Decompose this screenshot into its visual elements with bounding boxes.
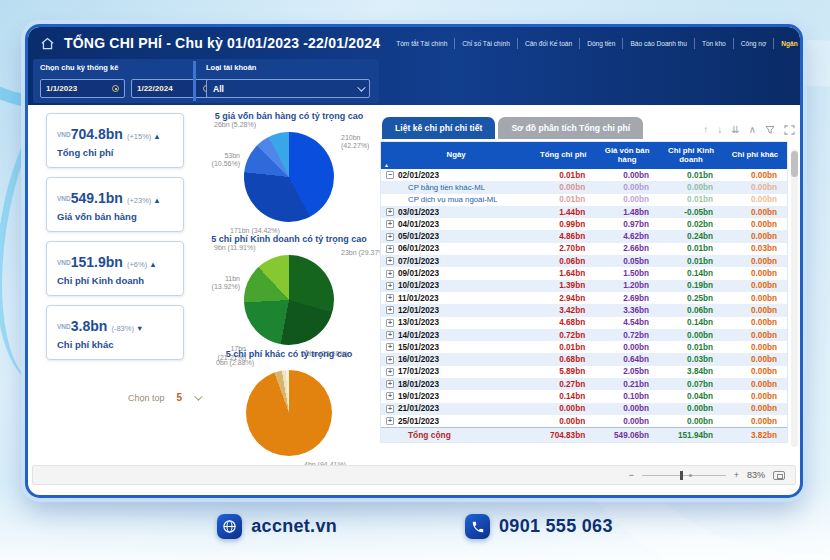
kpi-percent: (+23%) xyxy=(125,196,151,205)
expand-row-icon[interactable]: + xyxy=(386,405,394,413)
nav-tab[interactable]: Cân đối Kế toán xyxy=(517,38,579,49)
dashboard-content: VND704.8bn (+15%)▲Tổng chi phíVND549.1bn… xyxy=(28,105,800,465)
table-row[interactable]: +18/01/20230.27bn0.21bn0.07bn0.00bn xyxy=(381,378,787,390)
table-row[interactable]: +09/01/20231.64bn1.50bn0.14bn0.00bn xyxy=(381,267,787,279)
fit-to-screen-icon[interactable] xyxy=(773,471,785,480)
filter-icon[interactable] xyxy=(765,125,775,135)
table-scrollbar[interactable] xyxy=(791,149,798,447)
nav-tab[interactable]: Tóm tắt Tài chính xyxy=(389,38,454,49)
kpi-label: Tổng chi phí xyxy=(57,147,177,158)
focus-mode-icon[interactable] xyxy=(784,125,795,135)
total-label: Tổng cộng xyxy=(381,430,531,440)
expand-row-icon[interactable]: + xyxy=(386,368,394,376)
calendar-icon[interactable] xyxy=(112,85,119,92)
nav-tab[interactable]: Chỉ số Tài chính xyxy=(454,38,517,49)
expand-row-icon[interactable]: + xyxy=(386,417,394,425)
expand-row-icon[interactable]: + xyxy=(386,208,394,216)
pie-data-label: 9bn (11.91%) xyxy=(214,244,256,252)
nav-tab[interactable]: Báo cáo Doanh thu xyxy=(622,38,693,49)
column-header[interactable]: Giá vốn bán hàng xyxy=(595,147,659,165)
drill-up-icon[interactable]: ↑ xyxy=(703,125,708,135)
table-row[interactable]: −02/01/20230.01bn0.00bn0.01bn0.00bn xyxy=(381,169,787,181)
value-cell: 5.89bn xyxy=(531,367,595,376)
table-row[interactable]: +19/01/20230.14bn0.10bn0.04bn0.00bn xyxy=(381,390,787,402)
value-cell: 0.21bn xyxy=(595,380,659,389)
expand-row-icon[interactable]: + xyxy=(386,331,394,339)
table-row[interactable]: +07/01/20230.06bn0.05bn0.01bn0.00bn xyxy=(381,255,787,267)
expand-row-icon[interactable]: + xyxy=(386,294,394,302)
scrollbar-thumb[interactable] xyxy=(791,151,798,177)
table-row[interactable]: +05/01/20234.86bn4.62bn0.24bn0.00bn xyxy=(381,230,787,242)
collapse-row-icon[interactable]: − xyxy=(386,171,394,179)
table-row[interactable]: +21/01/20230.00bn0.00bn0.00bn0.00bn xyxy=(381,403,787,415)
zoom-slider[interactable] xyxy=(642,475,726,476)
zoom-slider-thumb[interactable] xyxy=(680,471,683,480)
table-row[interactable]: +25/01/20230.00bn0.00bn0.00bn0.00bn xyxy=(381,415,787,427)
account-type-select[interactable]: All xyxy=(206,79,370,98)
column-header[interactable]: Ngày xyxy=(381,151,531,160)
status-bar: − + 83% xyxy=(32,465,796,485)
tab-total-expense-analysis[interactable]: Sơ đồ phân tích Tổng chi phí xyxy=(498,117,643,139)
value-cell: 0.03bn xyxy=(659,355,723,364)
account-label: CP dịch vụ mua ngoài-ML xyxy=(381,195,531,204)
drill-down-icon[interactable]: ↓ xyxy=(717,125,722,135)
nav-tab[interactable]: Tồn kho xyxy=(694,38,733,49)
value-cell: 0.00bn xyxy=(595,417,659,426)
value-cell: 0.14bn xyxy=(659,318,723,327)
table-row[interactable]: +13/01/20234.68bn4.54bn0.14bn0.00bn xyxy=(381,317,787,329)
date-input-from[interactable]: 1/1/2023 xyxy=(40,79,125,98)
expand-row-icon[interactable]: + xyxy=(386,392,394,400)
table-total-row: Tổng cộng704.83bn549.06bn151.94bn3.82bn xyxy=(381,427,787,442)
collapse-icon[interactable]: ∧ xyxy=(749,125,756,135)
kpi-label: Chi phí Kinh doanh xyxy=(57,275,177,286)
column-header[interactable]: Tổng chi phí xyxy=(531,151,595,160)
nav-tab[interactable]: Công nợ xyxy=(733,38,774,49)
value-cell: 0.27bn xyxy=(531,380,595,389)
total-value-cell: 549.06bn xyxy=(595,431,659,440)
value-cell: 0.00bn xyxy=(723,306,787,315)
expand-row-icon[interactable]: + xyxy=(386,233,394,241)
pie-circle[interactable] xyxy=(244,255,334,345)
table-row[interactable]: +12/01/20233.42bn3.36bn0.06bn0.00bn xyxy=(381,304,787,316)
expand-next-level-icon[interactable]: ⇊ xyxy=(731,125,739,135)
expand-row-icon[interactable]: + xyxy=(386,306,394,314)
expand-row-icon[interactable]: + xyxy=(386,220,394,228)
table-row[interactable]: +03/01/20231.44bn1.48bn-0.05bn0.00bn xyxy=(381,206,787,218)
expand-row-icon[interactable]: + xyxy=(386,380,394,388)
column-header[interactable]: Chi phí Kinh doanh xyxy=(659,147,723,165)
table-row[interactable]: +11/01/20232.94bn2.69bn0.25bn0.00bn xyxy=(381,292,787,304)
sort-indicator-icon[interactable]: ▲ xyxy=(384,162,389,168)
table-row[interactable]: +10/01/20231.39bn1.20bn0.19bn0.00bn xyxy=(381,280,787,292)
zoom-out-button[interactable]: − xyxy=(628,470,633,480)
table-child-row[interactable]: CP bằng tiền khác-ML0.00bn0.00bn0.00bn0.… xyxy=(381,181,787,193)
expand-row-icon[interactable]: + xyxy=(386,245,394,253)
column-header[interactable]: Chi phí khác xyxy=(723,151,787,160)
pie-circle[interactable] xyxy=(246,370,332,456)
table-row[interactable]: +15/01/20230.01bn0.00bn0.01bn0.00bn xyxy=(381,341,787,353)
table-child-row[interactable]: CP dịch vụ mua ngoài-ML0.01bn0.00bn0.01b… xyxy=(381,194,787,206)
expand-row-icon[interactable]: + xyxy=(386,319,394,327)
date-input-to[interactable]: 1/22/2024 xyxy=(131,79,216,98)
expand-row-icon[interactable]: + xyxy=(386,356,394,364)
pie-circle[interactable] xyxy=(244,132,334,222)
nav-tab[interactable]: Dòng tiền xyxy=(579,38,622,49)
kpi-currency: VND xyxy=(57,131,71,138)
expand-row-icon[interactable]: + xyxy=(386,282,394,290)
table-row[interactable]: +17/01/20235.89bn2.05bn3.84bn0.00bn xyxy=(381,366,787,378)
table-row[interactable]: +04/01/20230.99bn0.97bn0.02bn0.00bn xyxy=(381,218,787,230)
zoom-in-button[interactable]: + xyxy=(734,470,739,480)
top-n-selector[interactable]: Chọn top 5 xyxy=(128,392,200,403)
expand-row-icon[interactable]: + xyxy=(386,257,394,265)
table-row[interactable]: +14/01/20230.72bn0.72bn0.00bn0.00bn xyxy=(381,329,787,341)
value-cell: 0.01bn xyxy=(531,171,595,180)
expand-row-icon[interactable]: + xyxy=(386,270,394,278)
expand-row-icon[interactable]: + xyxy=(386,343,394,351)
home-icon[interactable] xyxy=(40,36,55,51)
tab-expense-detail-list[interactable]: Liệt kê chi phí chi tiết xyxy=(382,117,495,139)
nav-tab[interactable]: Ngân sách xyxy=(773,38,803,49)
value-cell: 0.01bn xyxy=(659,195,723,204)
table-row[interactable]: +06/01/20232.70bn2.66bn0.01bn0.03bn xyxy=(381,243,787,255)
table-row[interactable]: +16/01/20230.68bn0.64bn0.03bn0.00bn xyxy=(381,353,787,365)
value-cell: 0.07bn xyxy=(659,380,723,389)
date-cell: +11/01/2023 xyxy=(381,294,531,303)
